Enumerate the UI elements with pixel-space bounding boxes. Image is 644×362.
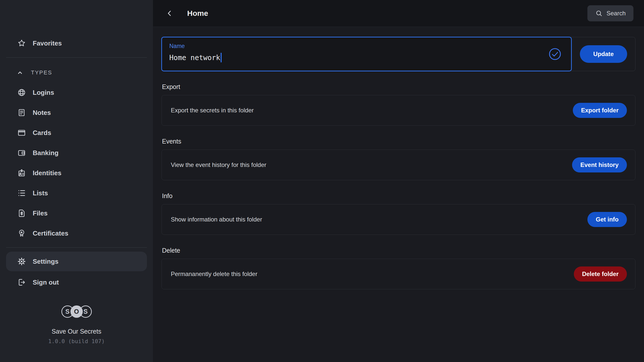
- top-header: Home Search: [153, 0, 644, 27]
- folder-settings-content: Name Home network Update Export Export t…: [153, 27, 644, 289]
- folder-name-row: Name Home network Update: [162, 37, 635, 71]
- sidebar-item-lists[interactable]: Lists: [0, 183, 153, 203]
- sidebar-divider: [6, 57, 147, 58]
- text-caret: [221, 53, 222, 62]
- sidebar-item-label: Banking: [33, 149, 59, 157]
- name-field-value: Home network: [169, 54, 220, 62]
- star-icon: [17, 39, 26, 48]
- search-icon: [595, 10, 603, 17]
- sidebar-item-label: Notes: [33, 109, 51, 117]
- export-card: Export the secrets in this folder Export…: [162, 95, 635, 126]
- sidebar-item-cards[interactable]: Cards: [0, 123, 153, 143]
- id-badge-icon: [17, 168, 26, 177]
- credit-card-icon: [17, 128, 26, 137]
- gear-icon: [17, 257, 26, 266]
- globe-icon: [17, 88, 26, 97]
- check-circle-icon: [548, 48, 561, 61]
- sidebar-item-label: Identities: [33, 169, 61, 177]
- chevron-up-icon: [17, 69, 23, 76]
- update-button[interactable]: Update: [580, 45, 627, 63]
- section-heading: Export: [162, 83, 635, 90]
- delete-card: Permananently delete this folder Delete …: [162, 259, 635, 289]
- sidebar-item-label: Sign out: [33, 279, 59, 286]
- logo-letter-middle: O: [70, 305, 83, 318]
- sidebar-item-label: Lists: [33, 189, 48, 197]
- section-heading: Events: [162, 138, 635, 145]
- back-button[interactable]: [164, 8, 175, 19]
- sidebar: Favorites TYPES Logins Notes Cards: [0, 0, 153, 362]
- sidebar-item-favorites[interactable]: Favorites: [0, 33, 153, 53]
- delete-folder-button[interactable]: Delete folder: [574, 266, 627, 282]
- sidebar-item-banking[interactable]: Banking: [0, 143, 153, 163]
- section-export: Export Export the secrets in this folder…: [162, 83, 635, 126]
- sidebar-item-settings[interactable]: Settings: [6, 252, 147, 271]
- app-version: 1.0.0 (build 107): [48, 338, 105, 344]
- sidebar-item-identities[interactable]: Identities: [0, 163, 153, 183]
- types-header-label: TYPES: [31, 69, 52, 76]
- sidebar-item-label: Files: [33, 209, 48, 217]
- file-attachment-icon: [17, 209, 26, 218]
- sidebar-item-label: Cards: [33, 129, 51, 137]
- sidebar-item-label: Favorites: [33, 39, 62, 47]
- sidebar-item-files[interactable]: Files: [0, 203, 153, 223]
- sidebar-item-label: Logins: [33, 89, 54, 97]
- award-icon: [17, 229, 26, 238]
- app-logo-block: S O S Save Our Secrets 1.0.0 (build 107): [0, 305, 153, 344]
- sidebar-divider: [6, 247, 147, 248]
- name-field-label: Name: [169, 43, 571, 50]
- sidebar-item-logins[interactable]: Logins: [0, 82, 153, 103]
- note-icon: [17, 108, 26, 117]
- main-panel: Home Search Name Home network Update: [153, 0, 644, 362]
- get-info-button[interactable]: Get info: [587, 212, 627, 227]
- card-description: View the event history for this folder: [171, 161, 266, 168]
- wallet-icon: [17, 148, 26, 157]
- sign-out-icon: [17, 278, 26, 287]
- card-description: Export the secrets in this folder: [171, 107, 254, 114]
- list-icon: [17, 189, 26, 198]
- app-name: Save Our Secrets: [52, 328, 101, 335]
- sidebar-item-certificates[interactable]: Certificates: [0, 223, 153, 243]
- card-description: Show information about this folder: [171, 216, 262, 223]
- section-heading: Info: [162, 192, 635, 200]
- folder-name-input[interactable]: Name Home network: [161, 37, 572, 71]
- event-history-button[interactable]: Event history: [572, 157, 627, 172]
- export-folder-button[interactable]: Export folder: [573, 103, 627, 118]
- section-heading: Delete: [162, 247, 635, 254]
- search-button-label: Search: [607, 10, 626, 17]
- section-delete: Delete Permananently delete this folder …: [162, 247, 635, 289]
- sidebar-item-label: Certificates: [33, 230, 68, 237]
- section-events: Events View the event history for this f…: [162, 138, 635, 180]
- events-card: View the event history for this folder E…: [162, 150, 635, 180]
- info-card: Show information about this folder Get i…: [162, 204, 635, 235]
- sidebar-item-notes[interactable]: Notes: [0, 103, 153, 123]
- sidebar-types-collapse[interactable]: TYPES: [0, 65, 153, 80]
- section-info: Info Show information about this folder …: [162, 192, 635, 235]
- sidebar-item-label: Settings: [33, 258, 59, 265]
- sos-logo: S O S: [61, 305, 92, 318]
- search-button[interactable]: Search: [587, 5, 633, 21]
- update-button-cell: Update: [572, 37, 635, 71]
- sidebar-item-signout[interactable]: Sign out: [0, 272, 153, 292]
- card-description: Permananently delete this folder: [171, 270, 257, 278]
- page-title: Home: [187, 9, 208, 18]
- chevron-left-icon: [166, 10, 173, 17]
